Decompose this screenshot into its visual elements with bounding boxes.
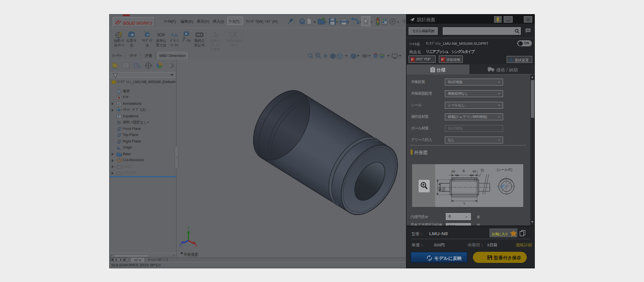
svg-text:Y: Y xyxy=(187,226,190,230)
svg-text:Z: Z xyxy=(179,243,182,247)
svg-text:D1: D1 xyxy=(442,187,445,191)
svg-text:(t): (t) xyxy=(481,168,484,172)
svg-text:P: P xyxy=(411,58,413,61)
svg-text:D: D xyxy=(438,187,442,190)
svg-text:X: X xyxy=(195,244,198,247)
svg-text:W: W xyxy=(452,170,456,173)
svg-text:A: A xyxy=(171,32,174,37)
svg-text:(シール付): (シール付) xyxy=(497,168,513,172)
svg-text:W: W xyxy=(473,170,476,173)
svg-text:B: B xyxy=(463,169,465,173)
svg-text:P: P xyxy=(441,58,443,61)
svg-text:Σ: Σ xyxy=(118,115,120,118)
svg-text:L: L xyxy=(464,201,466,205)
svg-text:SOLID: SOLID xyxy=(123,21,135,26)
svg-text:A: A xyxy=(185,32,188,35)
svg-text:等角投影: 等角投影 xyxy=(184,252,199,257)
svg-text:φdr: φdr xyxy=(499,182,506,189)
svg-text:WORKS: WORKS xyxy=(136,21,152,26)
svg-text:A: A xyxy=(174,33,178,38)
svg-text:A: A xyxy=(118,102,120,106)
